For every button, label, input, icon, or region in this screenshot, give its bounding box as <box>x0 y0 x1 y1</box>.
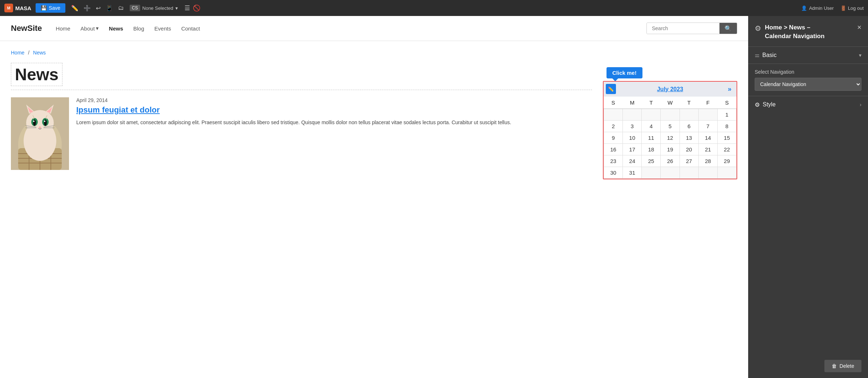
nav-contact[interactable]: Contact <box>176 24 205 33</box>
calendar-day[interactable]: 22 <box>717 144 736 155</box>
click-me-bubble[interactable]: Click me! <box>607 67 642 78</box>
list-icon[interactable]: ☰ <box>184 4 190 12</box>
calendar-day[interactable]: 27 <box>680 155 698 167</box>
breadcrumb-home[interactable]: Home <box>11 50 24 56</box>
svg-point-18 <box>44 119 47 126</box>
calendar-day[interactable]: 17 <box>623 144 642 155</box>
calendar-header: « July 2023 » <box>604 82 737 97</box>
svg-point-20 <box>44 121 45 122</box>
cs-value: None Selected <box>142 5 173 11</box>
calendar-month[interactable]: July 2023 <box>657 86 683 93</box>
calendar-day[interactable]: 30 <box>604 167 623 179</box>
cs-selector[interactable]: CS None Selected ▾ <box>130 5 178 11</box>
calendar-day[interactable]: 9 <box>604 132 623 144</box>
calendar-day[interactable]: 3 <box>623 121 642 132</box>
article-info: April 29, 2014 Ipsum feugiat et dolor Lo… <box>76 97 592 170</box>
calendar-next-button[interactable]: » <box>728 85 731 93</box>
calendar-day[interactable]: 19 <box>661 144 680 155</box>
plus-icon[interactable]: ➕ <box>84 5 91 12</box>
logout-button[interactable]: 🚪 Log out <box>840 5 864 11</box>
user-icon: 👤 <box>801 5 807 11</box>
calendar-day <box>642 167 661 179</box>
search-box: 🔍 <box>646 23 737 34</box>
calendar-day[interactable]: 2 <box>604 121 623 132</box>
search-button[interactable]: 🔍 <box>719 23 737 34</box>
panel-basic-section: ⚌ Basic ▾ <box>748 47 868 64</box>
page-title-box: News <box>11 63 62 86</box>
site-logo: NewSite <box>11 24 42 33</box>
calendar-day[interactable]: 7 <box>698 121 717 132</box>
cal-header-sat: S <box>717 97 736 109</box>
save-button[interactable]: 💾 Save <box>36 3 65 13</box>
panel-nav-field: Select Navigation Calendar Navigation <box>748 64 868 96</box>
calendar-edit-button[interactable]: ✏️ <box>606 84 616 94</box>
block-icon[interactable]: 🚫 <box>193 4 200 12</box>
calendar-day <box>698 109 717 121</box>
calendar-day[interactable]: 21 <box>698 144 717 155</box>
panel-style-section[interactable]: ⚙ Style › <box>748 96 868 113</box>
calendar-day[interactable]: 8 <box>717 121 736 132</box>
svg-point-17 <box>33 119 36 126</box>
panel-basic-header[interactable]: ⚌ Basic ▾ <box>755 52 861 58</box>
panel-style-title: ⚙ Style <box>755 101 776 108</box>
pencil-icon[interactable]: ✏️ <box>71 5 78 12</box>
trash-icon: 🗑 <box>832 363 837 369</box>
admin-user[interactable]: 👤 Admin User <box>801 5 834 11</box>
calendar-day[interactable]: 20 <box>680 144 698 155</box>
nav-events[interactable]: Events <box>149 24 176 33</box>
calendar-day[interactable]: 10 <box>623 132 642 144</box>
calendar-day <box>680 167 698 179</box>
sitemap-icon[interactable]: 🗂 <box>118 5 124 11</box>
svg-point-10 <box>26 110 54 135</box>
calendar-day[interactable]: 28 <box>698 155 717 167</box>
panel-close-button[interactable]: × <box>857 23 861 32</box>
calendar-day[interactable]: 31 <box>623 167 642 179</box>
calendar-day[interactable]: 29 <box>717 155 736 167</box>
calendar-day <box>661 109 680 121</box>
delete-button[interactable]: 🗑 Delete <box>824 360 861 372</box>
breadcrumb: Home / News <box>11 50 737 56</box>
calendar-day[interactable]: 11 <box>642 132 661 144</box>
calendar-day[interactable]: 14 <box>698 132 717 144</box>
calendar-day[interactable]: 18 <box>642 144 661 155</box>
calendar-day[interactable]: 13 <box>680 132 698 144</box>
undo-icon[interactable]: ↩ <box>96 5 101 12</box>
logout-label: Log out <box>848 5 864 11</box>
main-layout: NewSite Home About ▾ News Blog Events Co… <box>0 16 868 378</box>
calendar-week-2: 9101112131415 <box>604 132 737 144</box>
calendar-week-3: 16171819202122 <box>604 144 737 155</box>
calendar-day[interactable]: 12 <box>661 132 680 144</box>
calendar-day[interactable]: 4 <box>642 121 661 132</box>
basic-chevron-icon: ▾ <box>859 52 861 58</box>
style-label: Style <box>763 101 776 108</box>
nav-select[interactable]: Calendar Navigation <box>755 78 861 91</box>
panel-header: ⚙ Home > News –Calendar Navigation × <box>748 16 868 47</box>
article-title[interactable]: Ipsum feugiat et dolor <box>76 105 592 115</box>
site-header: NewSite Home About ▾ News Blog Events Co… <box>0 16 748 41</box>
nav-home[interactable]: Home <box>51 24 76 33</box>
calendar-day[interactable]: 6 <box>680 121 698 132</box>
search-input[interactable] <box>647 23 719 34</box>
calendar-day[interactable]: 5 <box>661 121 680 132</box>
calendar-day[interactable]: 25 <box>642 155 661 167</box>
panel-basic-title: ⚌ Basic <box>755 52 776 58</box>
calendar-day[interactable]: 15 <box>717 132 736 144</box>
panel-breadcrumb: Home > News –Calendar Navigation <box>765 23 824 41</box>
nav-blog[interactable]: Blog <box>128 24 149 33</box>
delete-label: Delete <box>840 363 854 369</box>
page-content: Home / News News <box>0 41 748 188</box>
mobile-icon[interactable]: 📱 <box>106 5 113 12</box>
toolbar-icons: ✏️ ➕ ↩ 📱 🗂 <box>71 5 124 12</box>
cal-header-thu: T <box>680 97 698 109</box>
calendar-day[interactable]: 26 <box>661 155 680 167</box>
select-nav-label: Select Navigation <box>755 69 861 75</box>
nav-about[interactable]: About ▾ <box>76 24 104 33</box>
article-excerpt: Lorem ipsum dolor sit amet, consectetur … <box>76 118 592 126</box>
calendar-day[interactable]: 1 <box>717 109 736 121</box>
breadcrumb-current[interactable]: News <box>33 50 46 56</box>
calendar-week-0: 1 <box>604 109 737 121</box>
nav-news[interactable]: News <box>104 24 128 33</box>
calendar-day[interactable]: 16 <box>604 144 623 155</box>
calendar-day[interactable]: 23 <box>604 155 623 167</box>
calendar-day[interactable]: 24 <box>623 155 642 167</box>
